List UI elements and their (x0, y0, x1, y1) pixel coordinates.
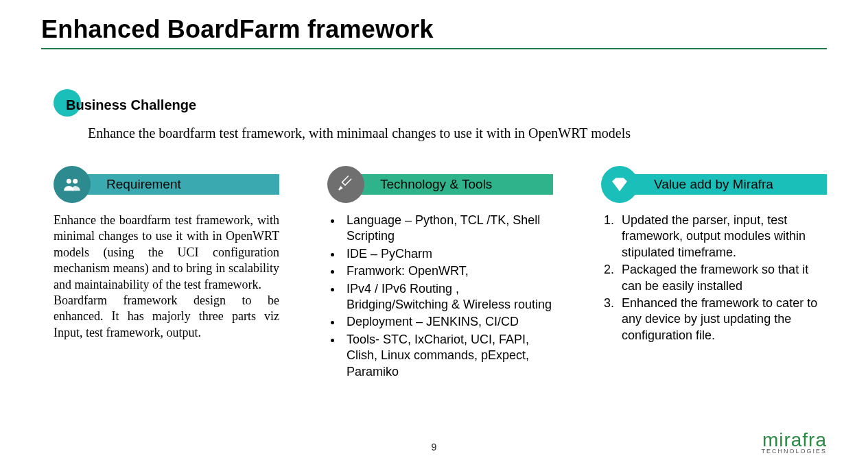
value-add-column: Value add by Mirafra Updated the parser,… (601, 171, 827, 381)
diamond-icon (601, 166, 638, 203)
columns: Requirement Enhance the boardfarm test f… (54, 171, 827, 381)
svg-point-1 (73, 179, 78, 184)
requirement-header: Requirement (54, 171, 279, 197)
list-item: Updated the parser, input, test framewor… (618, 213, 827, 261)
business-challenge-section: Business Challenge Enhance the boardfarm… (54, 97, 827, 141)
list-item: Tools- STC, IxChariot, UCI, FAPI, Clish,… (342, 332, 553, 380)
value-add-heading-label: Value add by Mirafra (654, 177, 773, 192)
technology-list: Language – Python, TCL /TK, Shell Script… (327, 213, 553, 380)
footer-brand: mirafra TECHNOLOGIES (761, 431, 827, 454)
requirement-body: Enhance the boardfarm test framework, wi… (54, 213, 279, 341)
list-item: Framwork: OpenWRT, (342, 263, 553, 279)
list-item: Language – Python, TCL /TK, Shell Script… (342, 213, 553, 245)
page-number: 9 (432, 442, 437, 453)
technology-bar: Technology & Tools (346, 174, 553, 195)
technology-column: Technology & Tools Language – Python, TC… (327, 171, 553, 381)
title-rule (41, 48, 827, 49)
list-item: Deployment – JENKINS, CI/CD (342, 314, 553, 330)
value-add-header: Value add by Mirafra (601, 171, 827, 197)
requirement-para-2: Boardfarm framework design to be enhance… (54, 293, 279, 341)
business-challenge-heading: Business Challenge (66, 97, 827, 113)
technology-header: Technology & Tools (327, 171, 553, 197)
list-item: Packaged the framework so that it can be… (618, 262, 827, 294)
list-item: Enhanced the framework to cater to any d… (618, 296, 827, 344)
brand-name: mirafra (761, 431, 827, 448)
value-add-list: Updated the parser, input, test framewor… (601, 213, 827, 344)
technology-heading-label: Technology & Tools (380, 177, 492, 192)
svg-point-0 (67, 179, 71, 184)
list-item: IPv4 / IPv6 Routing , Bridging/Switching… (342, 281, 553, 313)
tools-icon (327, 166, 364, 203)
requirement-bar: Requirement (72, 174, 279, 195)
value-add-bar: Value add by Mirafra (620, 174, 827, 195)
list-item: IDE – PyCharm (342, 246, 553, 262)
slide-title: Enhanced BoardFarm framework (41, 15, 827, 44)
slide: Enhanced BoardFarm framework Business Ch… (0, 0, 868, 458)
people-icon (54, 166, 91, 203)
requirement-heading-label: Requirement (106, 177, 181, 192)
requirement-column: Requirement Enhance the boardfarm test f… (54, 171, 279, 381)
business-challenge-text: Enhance the boardfarm test framework, wi… (88, 125, 774, 141)
requirement-para-1: Enhance the boardfarm test framework, wi… (54, 213, 279, 293)
brand-sub: TECHNOLOGIES (761, 448, 827, 454)
